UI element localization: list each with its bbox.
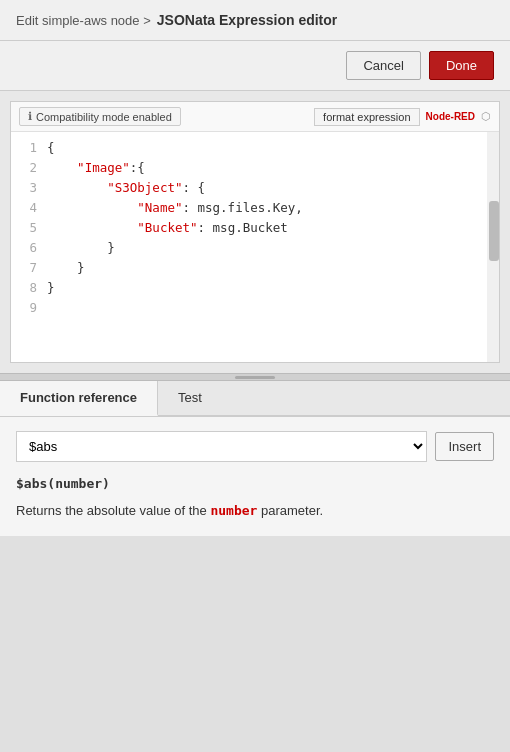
line-num-7: 7 bbox=[19, 258, 37, 278]
code-line-4: "Name": msg.files.Key, bbox=[47, 198, 499, 218]
code-line-7: } bbox=[47, 258, 499, 278]
code-content: { "Image":{ "S3Object": { "Name": msg.fi… bbox=[47, 136, 499, 358]
function-description: Returns the absolute value of the number… bbox=[16, 501, 494, 522]
line-num-2: 2 bbox=[19, 158, 37, 178]
function-reference-content: $abs $floor $ceil $round $power $sqrt $s… bbox=[0, 417, 510, 536]
code-line-5: "Bucket": msg.Bucket bbox=[47, 218, 499, 238]
tab-test-label: Test bbox=[178, 390, 202, 405]
line-num-9: 9 bbox=[19, 298, 37, 318]
done-button[interactable]: Done bbox=[429, 51, 494, 80]
panel-divider[interactable] bbox=[0, 373, 510, 381]
code-editor[interactable]: 1 2 3 4 5 6 7 8 9 { "Image":{ "S3Object"… bbox=[11, 132, 499, 362]
compatibility-badge: ℹ Compatibility mode enabled bbox=[19, 107, 181, 126]
line-num-5: 5 bbox=[19, 218, 37, 238]
code-line-8: } bbox=[47, 278, 499, 298]
code-line-2: "Image":{ bbox=[47, 158, 499, 178]
compat-label: Compatibility mode enabled bbox=[36, 111, 172, 123]
toolbar: Cancel Done bbox=[0, 41, 510, 91]
editor-topbar: ℹ Compatibility mode enabled format expr… bbox=[11, 102, 499, 132]
line-num-3: 3 bbox=[19, 178, 37, 198]
tab-function-reference[interactable]: Function reference bbox=[0, 381, 158, 416]
insert-button[interactable]: Insert bbox=[435, 432, 494, 461]
code-line-3: "S3Object": { bbox=[47, 178, 499, 198]
divider-handle bbox=[235, 376, 275, 379]
line-num-8: 8 bbox=[19, 278, 37, 298]
line-numbers: 1 2 3 4 5 6 7 8 9 bbox=[11, 136, 47, 358]
code-line-1: { bbox=[47, 138, 499, 158]
code-line-9 bbox=[47, 298, 499, 318]
function-select[interactable]: $abs $floor $ceil $round $power $sqrt $s… bbox=[16, 431, 427, 462]
func-desc-before: Returns the absolute value of the bbox=[16, 503, 210, 518]
select-insert-row: $abs $floor $ceil $round $power $sqrt $s… bbox=[16, 431, 494, 462]
header-bar: Edit simple-aws node > JSONata Expressio… bbox=[0, 0, 510, 41]
line-num-4: 4 bbox=[19, 198, 37, 218]
func-highlight: number bbox=[210, 503, 257, 518]
function-signature: $abs(number) bbox=[16, 476, 494, 491]
func-desc-after: parameter. bbox=[257, 503, 323, 518]
editor-scrollbar[interactable] bbox=[487, 132, 499, 362]
code-line-6: } bbox=[47, 238, 499, 258]
scrollbar-thumb[interactable] bbox=[489, 201, 499, 261]
line-num-1: 1 bbox=[19, 138, 37, 158]
editor-icon: ⬡ bbox=[481, 110, 491, 123]
tab-test[interactable]: Test bbox=[158, 381, 510, 416]
header-path: Edit simple-aws node > bbox=[16, 13, 151, 28]
info-icon: ℹ bbox=[28, 110, 32, 123]
editor-container: ℹ Compatibility mode enabled format expr… bbox=[10, 101, 500, 363]
tabs-row: Function reference Test bbox=[0, 381, 510, 417]
tab-function-reference-label: Function reference bbox=[20, 390, 137, 405]
line-num-6: 6 bbox=[19, 238, 37, 258]
format-expression-button[interactable]: format expression bbox=[314, 108, 419, 126]
cancel-button[interactable]: Cancel bbox=[346, 51, 420, 80]
header-title: JSONata Expression editor bbox=[157, 12, 338, 28]
bottom-panel: Function reference Test $abs $floor $cei… bbox=[0, 381, 510, 536]
nodered-logo: Node-RED bbox=[426, 111, 475, 122]
editor-wrapper: ℹ Compatibility mode enabled format expr… bbox=[0, 91, 510, 373]
